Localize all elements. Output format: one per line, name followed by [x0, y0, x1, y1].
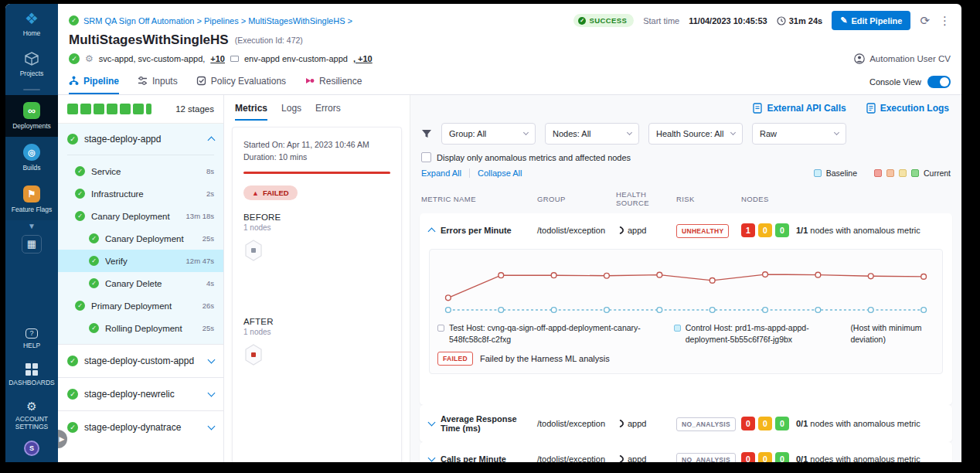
metrics-panel: External API Calls Execution Logs Group:… — [410, 95, 961, 462]
stage-row-collapsed[interactable]: ✓ stage-deploy-custom-appd — [58, 344, 223, 377]
sidebar-item-deployments[interactable]: ∞ Deployments — [5, 95, 58, 137]
refresh-icon[interactable]: ⟳ — [920, 14, 930, 28]
sidebar-item-builds[interactable]: ◎ Builds — [5, 137, 58, 179]
edit-pipeline-button[interactable]: ✎ Edit Pipeline — [832, 11, 910, 30]
collapse-all-link[interactable]: Collapse All — [478, 168, 522, 178]
control-host-item[interactable]: Control Host: prd1-ms-appd-appd-deployme… — [674, 322, 843, 345]
sidebar-item-dashboards[interactable]: DASHBOARDS — [5, 356, 58, 393]
appdynamics-icon — [614, 418, 625, 429]
before-node-hexagon[interactable] — [243, 240, 264, 261]
external-api-calls-link[interactable]: External API Calls — [753, 103, 846, 114]
tab-logs[interactable]: Logs — [281, 103, 301, 121]
filter-funnel-icon[interactable] — [421, 128, 432, 139]
collapse-row-chevron-icon[interactable] — [428, 228, 436, 236]
chevron-down-icon — [627, 130, 632, 135]
success-check-icon: ✓ — [75, 166, 85, 176]
tab-inputs[interactable]: Inputs — [138, 69, 178, 94]
metric-comparison-chart[interactable] — [437, 256, 934, 319]
kebab-menu-icon[interactable]: ⋮ — [939, 14, 951, 28]
breadcrumb-text[interactable]: SRM QA Sign Off Automation > Pipelines >… — [83, 16, 352, 26]
health-source-filter-select[interactable]: Health Source: All — [648, 123, 743, 145]
current-user[interactable]: Automation User CV — [854, 53, 951, 64]
check-icon: ✓ — [578, 17, 586, 25]
dashboards-icon — [26, 363, 38, 376]
nav-divider — [5, 84, 58, 95]
help-icon: ? — [26, 328, 38, 339]
stage-step[interactable]: ✓ Canary Deployment 25s — [58, 227, 223, 250]
stage-row-collapsed[interactable]: ✓ stage-deploy-dynatrace — [58, 410, 223, 444]
step-duration: 25s — [202, 324, 214, 332]
sidebar-item-account-settings[interactable]: ⚙ ACCOUNT SETTINGS — [5, 393, 58, 437]
stage-expanded-appd: ✓ stage-deploy-appd ✓ Service 8s — [58, 124, 223, 344]
sidebar-item-home[interactable]: ❖ Home — [5, 4, 58, 44]
stage-step[interactable]: ✓ Primary Deployment 26s — [58, 294, 223, 317]
risk-badge: UNHEALTHY — [676, 224, 729, 238]
host-checkbox[interactable] — [674, 325, 681, 332]
nav-more-chevron-icon[interactable]: ▼ — [5, 220, 58, 233]
tab-errors[interactable]: Errors — [315, 103, 341, 121]
stage-step[interactable]: ✓ Service 8s — [58, 160, 223, 182]
sidebar-label: ACCOUNT SETTINGS — [7, 415, 56, 430]
expand-row-chevron-icon[interactable] — [428, 454, 436, 462]
chevron-down-icon[interactable] — [208, 356, 216, 364]
person-icon — [854, 53, 865, 64]
stage-progress-blocks — [67, 104, 151, 114]
stage-step[interactable]: ✓ Infrastructure 2s — [58, 182, 223, 205]
breadcrumb[interactable]: ✓ SRM QA Sign Off Automation > Pipelines… — [69, 15, 352, 26]
metrics-table-header: METRIC NAME GROUP HEALTH SOURCE RISK NOD… — [410, 182, 961, 213]
environments-list: env-appd env-custom-appd — [244, 54, 348, 63]
verify-duration: Duration: 10 mins — [243, 151, 390, 163]
stage-row-deploy-appd[interactable]: ✓ stage-deploy-appd — [58, 124, 223, 155]
chevron-down-icon[interactable] — [208, 390, 216, 397]
environments-more-link[interactable]: , +10 — [353, 54, 373, 63]
step-name: Canary Deployment — [91, 212, 180, 221]
host-checkbox[interactable] — [437, 325, 444, 332]
anomalous-only-checkbox[interactable] — [421, 152, 431, 162]
success-check-icon: ✓ — [75, 189, 85, 199]
console-view-toggle[interactable] — [927, 76, 951, 88]
stage-row-collapsed[interactable]: ✓ stage-deploy-newrelic — [58, 377, 223, 410]
feature-flags-icon: ⚑ — [23, 185, 40, 202]
tab-pipeline[interactable]: Pipeline — [69, 69, 119, 94]
module-grid-icon[interactable]: ▦ — [22, 235, 42, 254]
sidebar-item-feature-flags[interactable]: ⚑ Feature Flags — [5, 179, 58, 220]
start-time-label: Start time — [643, 16, 679, 26]
tab-policy-evaluations[interactable]: Policy Evaluations — [196, 69, 286, 94]
minimum-deviation-note: (Host with minimum deviation) — [850, 322, 934, 345]
success-check-icon: ✓ — [75, 301, 85, 311]
services-more-link[interactable]: +10 — [210, 54, 225, 63]
tab-resilience[interactable]: Resilience — [305, 69, 362, 94]
raw-filter-select[interactable]: Raw — [752, 123, 846, 145]
chevron-down-icon — [523, 130, 529, 135]
expand-row-chevron-icon[interactable] — [428, 419, 436, 427]
appdynamics-icon — [614, 225, 625, 236]
metric-row-avg-response-time: Average Response Time (ms) /todolist/exc… — [420, 405, 952, 442]
step-duration: 13m 18s — [186, 212, 214, 220]
pencil-icon: ✎ — [840, 15, 847, 26]
step-duration: 26s — [202, 301, 214, 310]
stage-step[interactable]: ✓ Rolling Deployment 25s — [58, 317, 223, 339]
after-node-hexagon[interactable] — [243, 344, 264, 366]
chevron-down-icon[interactable] — [208, 423, 216, 430]
expand-all-link[interactable]: Expand All — [421, 168, 461, 178]
sidebar-item-help[interactable]: ? HELP — [5, 322, 58, 356]
success-check-icon: ✓ — [89, 278, 99, 288]
home-icon: ❖ — [25, 11, 39, 26]
sidebar-item-projects[interactable]: Projects — [5, 44, 58, 84]
node-chip-green: 0 — [775, 223, 789, 237]
clock-icon — [777, 16, 786, 26]
group-filter-select[interactable]: Group: All — [441, 123, 536, 145]
stage-step[interactable]: ✓ Verify 12m 47s — [58, 250, 223, 272]
tab-metrics[interactable]: Metrics — [235, 103, 267, 121]
sidebar-label: Feature Flags — [12, 206, 52, 213]
current-legend-swatch-orange — [886, 169, 894, 177]
execution-logs-link[interactable]: Execution Logs — [866, 103, 949, 114]
stage-list-panel: 12 stages ✓ stage-deploy-appd ✓ — [58, 95, 224, 462]
test-host-item[interactable]: Test Host: cvng-qa-sign-off-appd-deploym… — [437, 322, 666, 345]
user-avatar[interactable]: S — [24, 441, 39, 456]
nodes-filter-select[interactable]: Nodes: All — [545, 123, 639, 145]
stage-step[interactable]: ✓ Canary Deployment 13m 18s — [58, 205, 223, 227]
stage-step[interactable]: ✓ Canary Delete 4s — [58, 272, 223, 294]
nav-spacer — [5, 258, 58, 322]
chevron-up-icon[interactable] — [208, 137, 216, 145]
